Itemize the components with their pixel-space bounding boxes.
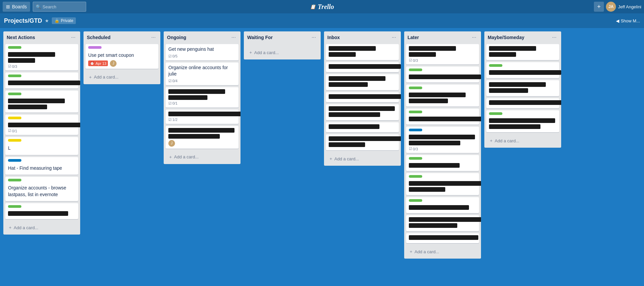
list-menu-btn-maybe-someday[interactable]: ··· [551,34,558,41]
card-label-sc1 [88,46,102,49]
list-menu-btn-scheduled[interactable]: ··· [150,34,157,41]
add-card-btn-scheduled[interactable]: ＋ Add a card... [86,72,158,82]
list-footer-ongoing: ＋ Add a card... [164,150,240,164]
card-ms4[interactable] [486,98,559,108]
list-cards-scheduled: Use pet smart coupon⏰ Apr 13J [84,43,160,70]
add-card-btn-inbox[interactable]: ＋ Add a card... [326,154,399,164]
card-ib4[interactable] [326,92,399,102]
card-lt10[interactable] [406,233,479,243]
list-menu-btn-inbox[interactable]: ··· [390,34,397,41]
card-title-na5: L [8,145,75,152]
card-na1[interactable]: ☑ 0/3 [5,44,78,70]
card-lt2[interactable] [406,66,479,83]
list-menu-btn-waiting-for[interactable]: ··· [310,34,317,41]
card-sc1[interactable]: Use pet smart coupon⏰ Apr 13J [86,44,158,69]
card-on1[interactable]: Get new penguins hat☑ 0/5 [166,44,238,60]
checklist-icon: ☑ [168,101,172,106]
list-menu-btn-next-actions[interactable]: ··· [70,34,77,41]
card-lt3[interactable] [406,85,479,107]
add-card-btn-next-actions[interactable]: ＋ Add a card... [5,223,78,233]
checklist-icon: ☑ [409,147,412,151]
card-ms1[interactable] [486,44,559,60]
card-redacted-title-lt7 [409,181,481,186]
card-ib5[interactable] [326,104,399,120]
add-card-btn-later[interactable]: ＋ Add a card... [406,247,479,257]
card-redacted-title-na4 [8,123,80,127]
card-on3[interactable]: ☑ 0/1 [166,87,238,108]
plus-icon: ＋ [88,74,93,80]
card-on4[interactable]: ☑ 1/2 [166,110,238,124]
search-bar[interactable]: 🔍 Search [33,2,86,12]
card-ib6[interactable] [326,122,399,132]
card-redacted-title-ib4 [329,94,401,99]
card-redacted-title-lt6 [409,163,460,168]
card-na7[interactable]: Organize accounts - browse lastpass, lis… [5,177,78,201]
lock-icon: 🔒 [54,18,59,23]
board-privacy[interactable]: 🔒 Private [52,17,76,24]
boards-button[interactable]: ⊞ Boards [3,2,30,12]
card-redacted-title2-on3 [168,95,207,100]
avatar[interactable]: JA [606,2,616,12]
grid-icon: ⊞ [6,4,10,9]
board-title[interactable]: Projects/GTD [4,17,42,24]
card-on2[interactable]: Organize online accounts for julie☑ 0/4 [166,62,238,85]
card-label-lt2 [409,68,422,71]
card-na6[interactable]: Hat - Find measuring tape [5,157,78,175]
list-ongoing: Ongoing ··· Get new penguins hat☑ 0/5Org… [164,31,240,164]
card-na3[interactable] [5,91,78,113]
add-card-btn-waiting-for[interactable]: ＋ Add a card... [246,47,319,57]
card-na2[interactable] [5,73,78,89]
card-title-na6: Hat - Find measuring tape [8,165,75,172]
add-button[interactable]: + [594,2,604,12]
card-label-na3 [8,93,21,95]
boards-label: Boards [12,4,27,9]
card-label-ms5 [489,112,502,115]
header-right: + JA Jeff Angelini [594,2,641,12]
card-ib1[interactable] [326,44,399,60]
checklist-icon: ☑ [409,58,412,62]
plus-icon: ＋ [8,225,12,231]
badge-checklist-on3: ☑ 0/1 [168,101,177,106]
list-title-maybe-someday: Maybe/Someday [488,35,524,40]
card-redacted-title2-lt1 [409,52,436,57]
card-ms5[interactable] [486,110,559,132]
plus-icon: ＋ [329,156,333,162]
card-lt1[interactable]: ☑ 0/3 [406,44,479,64]
card-title-on2: Organize online accounts for julie [168,64,236,78]
card-lt9[interactable] [406,215,479,231]
badge-checklist-on4: ☑ 1/2 [168,118,177,122]
card-badges-on2: ☑ 0/4 [168,79,236,83]
show-menu-button[interactable]: ◀ Show M... [616,18,640,23]
card-na5[interactable]: L [5,137,78,155]
list-header-inbox: Inbox ··· [324,31,401,43]
card-redacted-title-lt10 [409,235,478,240]
card-redacted-title-ib2 [329,64,401,69]
card-lt4[interactable] [406,109,479,125]
card-ib7[interactable] [326,134,399,150]
card-on5[interactable]: J [166,126,238,149]
list-menu-btn-ongoing[interactable]: ··· [230,34,237,41]
checklist-icon: ☑ [168,79,172,83]
card-redacted-title-ib1 [329,46,376,51]
card-title-sc1: Use pet smart coupon [88,52,156,59]
card-na4[interactable]: ☑ 0/1 [5,115,78,135]
add-card-btn-maybe-someday[interactable]: ＋ Add a card... [486,136,559,146]
card-lt8[interactable] [406,197,479,213]
card-badges-na4: ☑ 0/1 [8,129,75,133]
card-ib2[interactable] [326,62,399,72]
card-label-lt6 [409,157,422,160]
card-lt7[interactable] [406,173,479,195]
card-lt6[interactable] [406,155,479,171]
card-ms2[interactable] [486,62,559,78]
card-ib3[interactable] [326,74,399,90]
card-ms3[interactable] [486,80,559,96]
list-header-maybe-someday: Maybe/Someday ··· [484,31,561,43]
list-title-later: Later [408,35,419,40]
card-lt5[interactable]: ☑ 0/3 [406,127,479,153]
add-card-btn-ongoing[interactable]: ＋ Add a card... [166,152,238,162]
list-menu-btn-later[interactable]: ··· [471,34,478,41]
search-icon: 🔍 [36,4,41,9]
star-icon[interactable]: ★ [45,18,49,23]
card-na8[interactable] [5,203,78,219]
username[interactable]: Jeff Angelini [618,4,641,9]
